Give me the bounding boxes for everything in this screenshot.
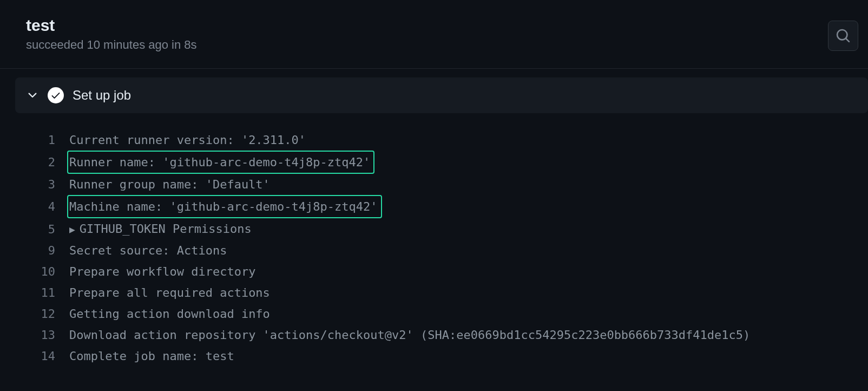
line-content: Secret source: Actions: [69, 240, 227, 261]
line-number: 5: [31, 219, 69, 240]
search-button[interactable]: [828, 21, 858, 51]
log-line: 13Download action repository 'actions/ch…: [31, 324, 868, 346]
line-number: 13: [31, 324, 69, 346]
line-content: Runner group name: 'Default': [69, 174, 270, 195]
chevron-down-icon: [26, 89, 39, 102]
log-line: 2Runner name: 'github-arc-demo-t4j8p-ztq…: [31, 151, 868, 174]
step-title: Set up job: [73, 88, 131, 103]
log-line: 11Prepare all required actions: [31, 282, 868, 303]
line-number: 9: [31, 240, 69, 261]
log-line: 10Prepare workflow directory: [31, 261, 868, 282]
job-header-left: test succeeded 10 minutes ago in 8s: [26, 16, 197, 52]
line-content: Complete job name: test: [69, 346, 234, 367]
log-line: 14Complete job name: test: [31, 346, 868, 367]
line-content: Getting action download info: [69, 303, 270, 324]
expand-arrow-icon[interactable]: ▶: [69, 219, 75, 240]
job-status: succeeded 10 minutes ago in 8s: [26, 38, 197, 52]
line-number: 14: [31, 346, 69, 367]
log-line: 5▶GITHUB_TOKEN Permissions: [31, 218, 868, 240]
log-line: 9Secret source: Actions: [31, 240, 868, 261]
job-header: test succeeded 10 minutes ago in 8s: [0, 0, 868, 69]
job-content: Set up job 1Current runner version: '2.3…: [0, 69, 868, 367]
line-number: 12: [31, 303, 69, 324]
log-line: 1Current runner version: '2.311.0': [31, 129, 868, 151]
step-header[interactable]: Set up job: [15, 77, 868, 113]
line-number: 3: [31, 174, 69, 195]
log-line: 4Machine name: 'github-arc-demo-t4j8p-zt…: [31, 195, 868, 218]
line-number: 4: [31, 196, 69, 217]
line-content: Prepare workflow directory: [69, 261, 255, 282]
log-line: 3Runner group name: 'Default': [31, 174, 868, 195]
log-line: 12Getting action download info: [31, 303, 868, 324]
line-content: ▶GITHUB_TOKEN Permissions: [69, 218, 252, 240]
line-content: Machine name: 'github-arc-demo-t4j8p-ztq…: [67, 195, 382, 218]
log-output: 1Current runner version: '2.311.0'2Runne…: [15, 129, 868, 367]
line-number: 2: [31, 152, 69, 173]
line-content: Runner name: 'github-arc-demo-t4j8p-ztq4…: [67, 151, 374, 174]
check-icon: [48, 87, 64, 103]
line-content: Current runner version: '2.311.0': [69, 129, 306, 151]
line-number: 11: [31, 282, 69, 303]
job-title: test: [26, 16, 197, 35]
search-icon: [836, 28, 851, 43]
line-number: 10: [31, 261, 69, 282]
line-content: Prepare all required actions: [69, 282, 270, 303]
line-number: 1: [31, 129, 69, 151]
line-content: Download action repository 'actions/chec…: [69, 324, 750, 346]
